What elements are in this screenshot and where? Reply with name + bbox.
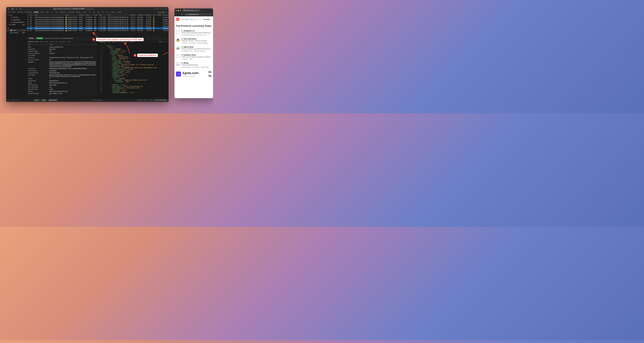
header-row[interactable]: Refererhttps://www.producthunt.com/ <box>27 90 98 92</box>
col-Code[interactable]: Code <box>93 14 98 16</box>
json-line[interactable]: 15 "reviewsRating": 5.0, <box>98 66 168 67</box>
window-controls[interactable] <box>176 10 181 11</box>
filter-document[interactable]: Document <box>67 11 76 13</box>
filter-2xx[interactable]: 2xx <box>92 11 96 13</box>
header-row[interactable]: sec-ch-ua-mobile?0 <box>27 59 98 61</box>
table-row[interactable]: 43https://www.producthunt.com/frontend/g… <box>27 21 168 23</box>
json-line[interactable]: 31 "canClaim": true, <box>98 90 168 92</box>
header-row[interactable]: Sec-Fetch-Modecors <box>27 86 98 88</box>
launches-menu[interactable]: Launches ⌄ <box>203 19 212 20</box>
json-line[interactable]: 5 "isArchived": false, <box>98 50 168 52</box>
filter-media[interactable]: Media <box>76 11 82 13</box>
new-tab-icon[interactable]: ＋ <box>202 10 205 12</box>
headers-list[interactable]: Hostwww.producthunt.comConnectionkeep-al… <box>27 46 98 98</box>
json-line[interactable]: 6 "trashedAt": null, <box>98 52 168 53</box>
header-row[interactable]: x-requested-withXMLHttpRequest <box>27 72 98 74</box>
json-line[interactable]: 16 "logoUuid": "3fe25a5a-585a-4336-a7b4-… <box>98 67 168 69</box>
filter-5xx[interactable]: 5xx <box>106 11 110 13</box>
col-ID[interactable]: ID <box>29 14 32 16</box>
json-line[interactable]: 7▾ "product": { <box>98 53 168 55</box>
product-item[interactable]: 🤖3. Agents BaseGrow any brand on autopil… <box>176 45 212 53</box>
filter-websocket[interactable]: WebSocket <box>24 11 33 13</box>
json-line[interactable]: 18 "followersCount": 858, <box>98 70 168 72</box>
col-Duration[interactable]: Duration <box>129 14 136 16</box>
clear-button[interactable]: Clear <box>34 99 40 101</box>
table-row[interactable]: 54https://www.producthunt.com/frontend/g… <box>27 27 168 29</box>
promo-banner[interactable]: ✔ Agree.com Product of the day 1st Fr fo <box>176 70 212 78</box>
filter-graphql[interactable]: GraphQL <box>59 11 67 13</box>
tab-raw[interactable]: Raw <box>56 41 58 43</box>
tab-json[interactable]: JSON <box>67 41 70 43</box>
product-item[interactable]: ◉4. Feedback flowsCollect user feedback … <box>176 53 212 61</box>
col-Date[interactable]: Date <box>98 14 107 16</box>
json-line[interactable]: 8 "id": "583311", <box>98 55 168 56</box>
sidebar-apps[interactable]: › 📁 Apps 6 <box>6 29 26 32</box>
header-row[interactable]: x-ph-referer <box>27 55 98 57</box>
gear-icon[interactable]: ⚙ <box>166 41 167 43</box>
json-line[interactable]: 26 }, <box>98 83 168 84</box>
close-icon[interactable]: ✕ <box>198 10 200 11</box>
col-SSL[interactable]: SSL <box>152 14 156 16</box>
json-line[interactable]: 1▾{ <box>98 44 168 45</box>
auto-select-button[interactable]: Auto Select <box>48 99 58 101</box>
json-line[interactable]: 22▾ "firstPost": { <box>98 76 168 78</box>
product-item[interactable]: ◐1. TestSprite 1.0First AI agent automat… <box>176 29 212 37</box>
tab-cookies[interactable]: Cookies <box>50 41 54 43</box>
table-row[interactable]: 38https://www.producthunt.com/frontend/g… <box>27 16 168 19</box>
reload-icon[interactable]: ⟳ <box>182 14 183 15</box>
browser-tab[interactable]: P Product Hunt – The best new ✕ <box>182 9 201 12</box>
tool-icon-4[interactable]: ◫ <box>162 8 164 10</box>
reset-filters[interactable]: Reset Filters <box>158 12 166 13</box>
header-row[interactable]: Originhttps://www.producthunt.com <box>27 82 98 84</box>
json-line[interactable]: 23 "id": "457038", <box>98 78 168 79</box>
site-info-icon[interactable]: ⊡ <box>186 14 187 15</box>
header-row[interactable]: accept*/* <box>27 78 98 80</box>
col-Edited[interactable]: Edited <box>156 14 162 16</box>
tab-header[interactable]: Header <box>34 41 39 43</box>
filter-other[interactable]: Other <box>82 11 87 13</box>
filter-4xx[interactable]: 4xx <box>101 11 105 13</box>
filter-all[interactable]: All <box>7 11 10 13</box>
sidebar-domains[interactable]: › 🌐 Domains 30 <box>6 32 26 34</box>
filter-css[interactable]: CSS <box>54 11 58 13</box>
filter-google[interactable]: google <box>116 11 122 13</box>
filter-https[interactable]: HTTPS <box>17 11 24 13</box>
header-row[interactable]: User-AgentMozilla/5.0 (Macintosh; Intel … <box>27 74 98 78</box>
sidebar-saved[interactable]: 🔖 Saved 24 <box>6 24 26 26</box>
col-Response[interactable]: Response <box>144 14 152 16</box>
tab-body[interactable]: Body <box>45 41 48 43</box>
tab-summary[interactable]: Summary <box>60 41 66 43</box>
col-Time[interactable]: Time <box>107 14 129 16</box>
header-row[interactable]: sec-ch-ua"Google Chrome";v="131", "Chrom… <box>27 57 98 59</box>
search-input[interactable]: 🔍 Search ( ⌘ + k ) <box>181 18 202 21</box>
tool-icon-2[interactable]: ⧉ <box>157 8 158 10</box>
table-row[interactable]: 44https://www.producthunt.com/frontend/g… <box>27 23 168 25</box>
sidebar-pinned-item-0[interactable]: ⊝ proxyman.io <box>6 19 26 21</box>
col-Client[interactable]: Client <box>64 14 78 16</box>
json-line[interactable]: 9 "slug": "testsprite", <box>98 56 168 58</box>
json-line[interactable]: 12 "__typename": "Product", <box>98 61 168 62</box>
json-line[interactable]: 28 "websiteUrl": "http://testsprite.com"… <box>98 86 168 87</box>
back-icon[interactable]: ← <box>176 14 177 15</box>
col-Method[interactable]: Method <box>78 14 84 16</box>
header-row[interactable]: baggagesentry-environment=production,sen… <box>27 61 98 68</box>
filter-json[interactable]: JSON <box>34 11 39 13</box>
tool-icon-1[interactable]: ⎘ <box>154 8 156 10</box>
sidebar-toggle-icon[interactable]: ☰ <box>8 8 10 10</box>
tool-icon-3[interactable]: ≡ <box>160 8 161 10</box>
filter-input[interactable]: Filter (⌘⌥F) <box>12 99 20 101</box>
json-line[interactable]: 2▾ "data": { <box>98 45 168 47</box>
filter-button[interactable]: Filter <box>41 99 47 101</box>
json-line[interactable]: 27 "canEdit": false, <box>98 84 168 86</box>
col-status[interactable] <box>27 14 29 16</box>
json-line[interactable]: 21 "reviewersCount": 1, <box>98 75 168 76</box>
json-mode[interactable]: JSON <box>159 41 162 43</box>
sliders-icon[interactable]: ⚙ <box>166 12 168 13</box>
filter-xml[interactable]: XML <box>45 11 50 13</box>
proxy-override[interactable]: Proxy Overridden <box>154 99 168 101</box>
header-row[interactable]: Sec-Fetch-Sitesame-origin <box>27 84 98 86</box>
header-row[interactable]: x-ph-timezoneAsia/Saigon <box>27 70 98 72</box>
filter-js[interactable]: JS <box>50 11 54 13</box>
table-row[interactable]: 49https://www.producthunt.com/frontend/g… <box>27 25 168 27</box>
trash-icon[interactable]: 🗑 <box>20 8 22 10</box>
